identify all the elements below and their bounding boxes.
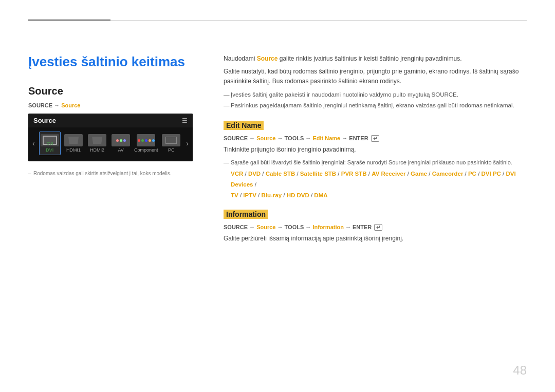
source-item-component-icon [137, 134, 155, 146]
source-item-av-label: AV [118, 147, 124, 153]
dev-hd-dvd: HD DVD [287, 192, 309, 198]
section-heading-source: Source [28, 85, 203, 97]
dev-cable-stb: Cable STB [266, 171, 295, 177]
dvi-sublabel: DVI [46, 141, 53, 146]
path-source-highlight: Source [256, 135, 275, 141]
top-line-light [110, 20, 527, 21]
source-item-av-icon [112, 134, 130, 146]
dev-pvr-stb: PVR STB [341, 171, 367, 177]
av-icon-shape [116, 139, 126, 142]
dev-tv: TV [231, 192, 238, 198]
main-content: Įvesties šaltinio keitimas Source SOURCE… [28, 54, 527, 247]
left-column: Įvesties šaltinio keitimas Source SOURCE… [28, 54, 203, 247]
component-icon-shape [138, 139, 155, 142]
dev-dvi-pc: DVI PC [482, 171, 501, 177]
source-arrow-right[interactable]: › [184, 139, 191, 147]
dev-dvd: DVD [248, 171, 261, 177]
source-item-pc[interactable]: PC [160, 132, 182, 155]
bullet-text-2: Pasirinkus pageidaujamam šaltinio įrengi… [224, 101, 527, 110]
sub-source-highlight: Source [388, 159, 406, 165]
source-item-hdmi2-icon [88, 134, 106, 146]
right-column: Naudodami Source galite rinktis įvairius… [224, 54, 527, 247]
dev-dma: DMA [314, 192, 327, 198]
dev-satellite-stb: Satellite STB [300, 171, 336, 177]
dev-vcr: VCR [231, 171, 243, 177]
hdmi2-icon-shape [92, 137, 102, 144]
information-path: SOURCE → Source → TOOLS → Information → … [224, 224, 527, 231]
bullet-text-1: Įvesties šaltinį galite pakeisti ir naud… [224, 90, 527, 99]
source-mockup-header: Source ☰ [28, 114, 193, 127]
top-line-dark [28, 20, 110, 21]
enter-icon: ↵ [371, 135, 379, 142]
source-mockup-title: Source [33, 117, 56, 124]
source-item-dvi-label: DVI [46, 147, 53, 153]
source-item-dvi-icon: DVI [41, 134, 59, 146]
information-title: Information [224, 210, 268, 219]
source-item-dvi[interactable]: DVI DVI [39, 132, 61, 155]
source-item-hdmi2-label: HDMI2 [90, 147, 104, 153]
source-item-hdmi1-label: HDMI1 [66, 147, 81, 153]
path-editname-highlight: Edit Name [312, 135, 340, 141]
device-list: VCR / DVD / Cable STB / Satellite STB / … [224, 169, 527, 200]
left-footnote: Rodomas vaizdas gali skirtis atsižvelgia… [28, 171, 203, 176]
source-item-pc-icon [162, 134, 180, 146]
intro-text-2: Galite nustatyti, kad būtų rodomas šalti… [224, 67, 527, 86]
source-item-hdmi2[interactable]: HDMI2 [86, 132, 108, 155]
source-arrow-left[interactable]: ‹ [30, 139, 37, 147]
dev-camcorder: Camcorder [432, 171, 464, 177]
intro-source-highlight: Source [257, 55, 278, 62]
dev-iptv: IPTV [243, 192, 256, 198]
page-container: Įvesties šaltinio keitimas Source SOURCE… [0, 0, 555, 392]
dev-blu-ray: Blu-ray [261, 192, 282, 198]
dev-game: Game [411, 171, 427, 177]
edit-name-path: SOURCE → Source → TOOLS → Edit Name → EN… [224, 135, 527, 142]
info-enter-icon: ↵ [374, 224, 382, 231]
top-decorative-lines [28, 20, 527, 21]
source-path-link: Source [61, 102, 80, 108]
info-path-source-highlight: Source [256, 224, 275, 230]
source-path: SOURCE → Source [28, 102, 203, 108]
source-item-av[interactable]: AV [110, 132, 132, 155]
source-path-prefix: SOURCE → [28, 102, 61, 108]
source-mockup-items: ‹ DVI DVI HDMI1 [28, 127, 193, 161]
intro-text-1: Naudodami Source galite rinktis įvairius… [224, 54, 527, 64]
source-item-component-label: Component [134, 147, 158, 153]
hdmi1-icon-shape [68, 137, 79, 144]
source-mockup-menu-icon: ☰ [182, 117, 188, 124]
source-item-component[interactable]: Component [134, 132, 158, 155]
source-item-hdmi1[interactable]: HDMI1 [63, 132, 84, 155]
info-path-information-highlight: Information [312, 224, 344, 230]
page-number: 48 [513, 363, 527, 378]
information-desc: Galite peržiūrėti išsamią informaciją ap… [224, 234, 527, 244]
source-item-hdmi1-icon [64, 134, 83, 146]
dev-av-receiver: AV Receiver [372, 171, 405, 177]
source-item-pc-label: PC [168, 147, 175, 153]
edit-name-sub-bullet: Sąraše gali būti išvardyti šie šaltinio … [224, 158, 527, 167]
page-title: Įvesties šaltinio keitimas [28, 54, 203, 70]
dev-pc: PC [468, 171, 476, 177]
source-mockup: Source ☰ ‹ DVI DVI [28, 114, 193, 161]
edit-name-desc: Tinkinkite prijungto išorinio įrenginio … [224, 145, 527, 155]
edit-name-title: Edit Name [224, 121, 264, 130]
pc-icon-shape [165, 137, 177, 144]
